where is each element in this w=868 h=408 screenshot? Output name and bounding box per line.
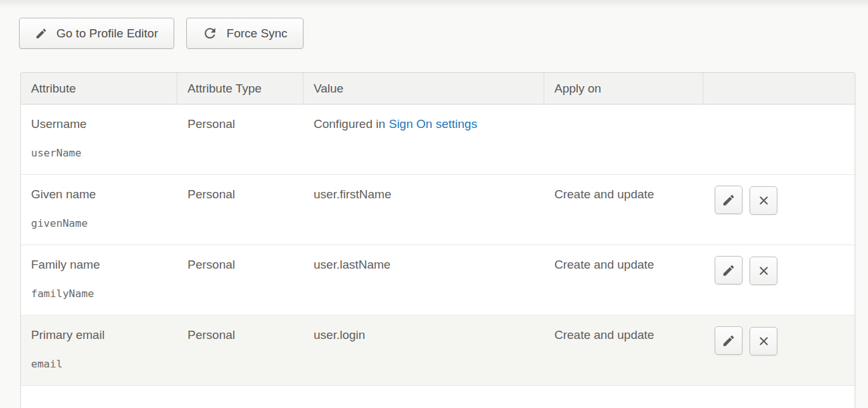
table-row-partial <box>21 386 855 408</box>
table-row-given-name: Given name givenName Personal user.first… <box>21 175 855 245</box>
remove-attribute-button[interactable] <box>750 257 777 285</box>
column-header-attribute-type: Attribute Type <box>177 73 303 105</box>
sign-on-settings-link[interactable]: Sign On settings <box>389 117 477 131</box>
force-sync-label: Force Sync <box>227 27 288 41</box>
attribute-label: Given name <box>31 188 167 201</box>
refresh-icon <box>202 25 218 41</box>
table-row-username: Username userName Personal Configured in… <box>21 105 855 175</box>
apply-on-cell: Create and update <box>544 245 703 316</box>
column-header-value: Value <box>303 73 544 105</box>
attribute-type-cell: Personal <box>177 245 303 316</box>
attribute-mappings-table: Attribute Attribute Type Value Apply on … <box>20 72 855 408</box>
force-sync-button[interactable]: Force Sync <box>186 18 303 49</box>
go-to-profile-editor-label: Go to Profile Editor <box>56 27 158 41</box>
attribute-label: Family name <box>31 258 167 272</box>
pencil-icon <box>722 334 736 348</box>
value-cell: user.lastName <box>303 245 544 316</box>
toolbar: Go to Profile Editor Force Sync <box>0 8 868 49</box>
edit-attribute-button[interactable] <box>715 326 743 355</box>
pencil-icon <box>722 264 736 277</box>
attribute-type-cell: Personal <box>177 175 303 245</box>
attribute-variable-name: familyName <box>31 288 167 300</box>
value-text: Configured in <box>314 117 385 131</box>
go-to-profile-editor-button[interactable]: Go to Profile Editor <box>19 18 174 49</box>
apply-on-cell: Create and update <box>544 316 703 386</box>
remove-attribute-button[interactable] <box>750 186 777 215</box>
edit-attribute-button[interactable] <box>715 256 743 284</box>
attribute-variable-name: userName <box>31 147 167 159</box>
table-row-family-name: Family name familyName Personal user.las… <box>21 245 855 316</box>
close-icon <box>757 264 770 277</box>
attribute-variable-name: email <box>31 358 167 370</box>
attribute-label: Username <box>31 117 167 131</box>
column-header-attribute: Attribute <box>21 73 177 105</box>
remove-attribute-button[interactable] <box>750 327 777 355</box>
apply-on-cell <box>544 105 703 175</box>
column-header-actions <box>703 73 855 105</box>
close-icon <box>757 194 770 207</box>
attribute-variable-name: givenName <box>31 217 167 229</box>
table-header-row: Attribute Attribute Type Value Apply on <box>21 73 855 105</box>
table-row-primary-email: Primary email email Personal user.login … <box>21 316 855 386</box>
page-top-edge <box>0 0 868 8</box>
close-icon <box>757 335 770 348</box>
edit-attribute-button[interactable] <box>715 186 743 214</box>
value-cell: user.login <box>303 316 544 386</box>
attribute-type-cell: Personal <box>177 105 303 175</box>
attribute-type-cell: Personal <box>177 316 303 386</box>
apply-on-cell: Create and update <box>544 175 703 245</box>
column-header-apply-on: Apply on <box>544 73 703 105</box>
pencil-icon <box>35 27 48 40</box>
pencil-icon <box>722 193 736 207</box>
attribute-label: Primary email <box>31 328 167 342</box>
value-cell: user.firstName <box>303 175 544 245</box>
